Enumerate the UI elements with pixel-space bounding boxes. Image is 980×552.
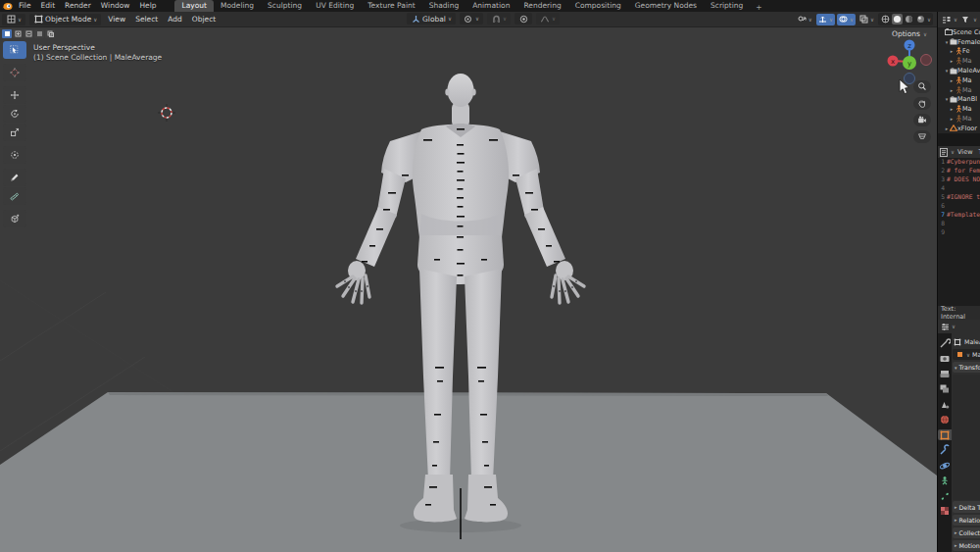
outliner-item[interactable]: ▾Female [938,37,980,47]
panel-motion-paths[interactable]: ▸Motion Paths [953,540,980,552]
tool-rotate[interactable] [3,105,26,123]
show-gizmos-toggle[interactable]: ∨ [816,14,835,25]
properties-tab-tool[interactable] [938,338,952,349]
blender-logo-icon[interactable] [0,1,14,11]
code-line[interactable]: 9 [938,228,980,237]
tool-transform[interactable] [3,146,26,164]
text-editor-body[interactable]: 1#Cyberpunk2# for FemV3# DOES NOT45#IGNO… [938,158,980,306]
perspective-toggle-button[interactable] [913,130,931,143]
code-line[interactable]: 5#IGNORE th [938,193,980,202]
breadcrumb-object-name[interactable]: MaleAv [964,338,980,345]
tool-add-cube[interactable] [3,210,26,227]
select-mode-intersect[interactable] [45,29,55,38]
code-line[interactable]: 4 [938,184,980,193]
properties-tab-view-layer[interactable] [938,384,952,395]
menu-window[interactable]: Window [96,1,135,10]
code-line[interactable]: 8 [938,220,980,228]
shading-solid-button[interactable] [892,14,903,25]
code-line[interactable]: 7#Template [938,211,980,220]
properties-tab-render[interactable] [938,354,952,365]
outliner-item[interactable]: Scene Col [938,27,980,37]
tab-texture-paint[interactable]: Texture Paint [361,0,421,12]
tool-annotate[interactable] [3,169,26,186]
properties-tab-scene[interactable] [938,399,952,410]
toggle-xray-toggle[interactable]: ∨ [858,14,876,25]
shading-material-preview-button[interactable] [904,14,914,25]
shading-rendered-button[interactable] [915,14,926,25]
pivot-point-dropdown[interactable]: ∨ [460,13,483,25]
panel-delta-transform[interactable]: ▸Delta Transform [953,501,980,513]
text-menu-view[interactable]: View [957,148,978,156]
axis-x-neg-ball[interactable] [921,55,932,66]
outliner-item[interactable]: ▾ManBl [938,95,980,105]
mode-selector[interactable]: Object Mode ∨ [29,14,101,25]
viewport-menu-object[interactable]: Object [187,15,220,24]
properties-tab-object[interactable] [938,429,952,440]
tool-measure[interactable] [3,187,26,205]
editor-type-dropdown[interactable]: ∨ [2,14,25,25]
panel-transform[interactable]: ▾Transform [953,362,980,374]
tab-scripting[interactable]: Scripting [704,0,750,12]
properties-tab-modifiers[interactable] [938,445,952,456]
outliner-item[interactable]: ▸Ma [938,56,980,66]
code-line[interactable]: 1#Cyberpunk [938,158,980,167]
transform-orientation-dropdown[interactable]: Global ∨ [407,13,456,25]
select-mode-extend[interactable] [13,29,23,38]
pan-hand-button[interactable] [913,97,931,110]
outliner-item[interactable]: ▸Ma [938,85,980,95]
add-workspace-button[interactable]: + [750,3,767,12]
tab-layout[interactable]: Layout [174,0,214,12]
tool-scale[interactable] [3,124,26,141]
tool-move[interactable] [3,86,26,104]
outliner-item[interactable]: ▸xFloor [938,124,980,133]
panel-relations[interactable]: ▸Relations [953,515,980,527]
tab-compositing[interactable]: Compositing [568,0,628,12]
tab-geometry-nodes[interactable]: Geometry Nodes [628,0,704,12]
falloff-dropdown[interactable]: ∨ [536,13,560,25]
properties-editor-icon[interactable] [940,322,950,331]
tab-shading[interactable]: Shading [422,0,466,12]
text-editor-icon[interactable] [940,147,948,157]
tab-rendering[interactable]: Rendering [516,0,567,12]
tab-uv-editing[interactable]: UV Editing [309,0,361,12]
tab-modeling[interactable]: Modeling [214,0,261,12]
viewport-menu-view[interactable]: View [103,15,130,24]
camera-view-button[interactable] [913,114,931,126]
properties-tab-physics[interactable] [938,460,952,471]
tab-sculpting[interactable]: Sculpting [261,0,309,12]
show-overlays-toggle[interactable]: ∨ [837,14,856,25]
menu-render[interactable]: Render [60,1,96,10]
properties-tab-data[interactable] [938,490,952,501]
properties-tab-material[interactable] [938,506,952,517]
filter-icon[interactable] [960,15,970,25]
panel-collections[interactable]: ▸Collections [953,527,980,539]
select-mode-set[interactable] [2,29,12,38]
tool-select-box[interactable] [3,41,26,59]
menu-file[interactable]: File [14,1,36,10]
shading-wireframe-button[interactable] [880,14,891,25]
menu-help[interactable]: Help [134,1,161,10]
object-type-visibility-toggle[interactable]: ∨ [796,14,814,25]
zoom-button[interactable] [913,80,931,93]
outliner-editor-icon[interactable] [941,15,951,25]
properties-tab-constraints[interactable] [938,476,952,486]
code-line[interactable]: 6 [938,202,980,211]
snap-toggle[interactable]: ∨ [487,13,511,25]
viewport-menu-add[interactable]: Add [163,15,187,24]
options-dropdown[interactable]: Options ∨ [892,29,927,38]
select-mode-invert[interactable] [34,29,44,38]
outliner-item[interactable]: ▾MaleAv [938,66,980,75]
proportional-editing-toggle[interactable] [514,13,532,25]
code-line[interactable]: 3# DOES NOT [938,176,980,184]
menu-edit[interactable]: Edit [36,1,61,10]
select-mode-subtract[interactable] [24,29,33,38]
outliner-item[interactable]: ▸Ma [938,114,980,124]
tab-animation[interactable]: Animation [466,0,516,12]
tool-cursor-3d[interactable] [3,64,26,81]
outliner-item[interactable]: ▸Fe [938,47,980,57]
outliner-item[interactable]: ▸Ma [938,75,980,85]
properties-tab-output[interactable] [938,369,952,379]
properties-tab-world[interactable] [938,415,952,426]
viewport-menu-select[interactable]: Select [130,15,163,24]
object-name-field[interactable]: ∨ Ma [953,349,980,360]
